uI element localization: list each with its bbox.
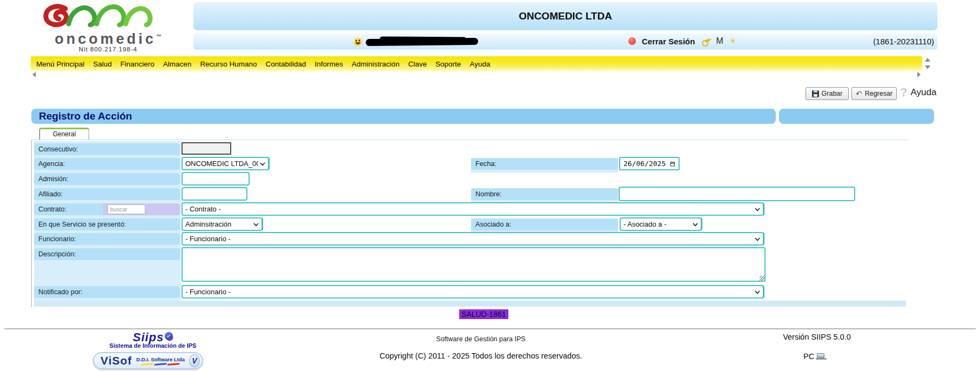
pc-indicator: PC [803, 352, 824, 361]
version-text: Versión SIIPS 5.0.0 [774, 333, 860, 341]
contrato-search-input[interactable] [108, 204, 145, 214]
oncomedic-logo-swoosh [41, 1, 176, 28]
record-tag: SALUD-1861 [459, 309, 508, 319]
status-dot-icon [628, 37, 636, 45]
servicio-select[interactable]: Adminsitración [183, 218, 261, 230]
consecutivo-label: Consecutivo: [34, 143, 180, 155]
key-icon[interactable] [699, 35, 712, 48]
scroll-right-icon[interactable] [917, 72, 921, 77]
product-description: Software de Gestión para IPS [378, 335, 583, 343]
notificado-select[interactable]: - Funcionario - [183, 286, 763, 297]
notificado-select-wrap: - Funcionario - [182, 285, 764, 299]
panel-footer-strip [34, 301, 906, 307]
back-button[interactable]: ↶ Regresar [851, 87, 897, 100]
sun-icon[interactable]: ☀ [729, 36, 736, 46]
menu-item-salud[interactable]: Salud [93, 60, 112, 68]
funcionario-label: Funcionario: [34, 233, 180, 245]
help-icon: ? [900, 85, 907, 100]
scroll-up-icon[interactable] [925, 58, 930, 62]
asociado-select-wrap: - Asociado a - [620, 217, 702, 231]
visof-badge-icon: V [189, 354, 200, 367]
smiley-icon [353, 37, 362, 46]
copyright-text: Copyright (C) 2011 - 2025 Todos los dere… [330, 352, 632, 360]
agencia-select[interactable]: ONCOMEDIC LTDA_001 [183, 158, 268, 169]
trademark: ™ [156, 34, 162, 39]
scroll-left-icon[interactable] [32, 72, 36, 77]
fecha-value: 26/06/2025 [623, 160, 666, 168]
page-title: Registro de Acción [39, 110, 132, 122]
menu-item-informes[interactable]: Informes [315, 60, 344, 68]
contrato-select-wrap: - Contrato - [182, 202, 764, 216]
help-label: Ayuda [910, 87, 936, 98]
fecha-input[interactable]: 26/06/2025 [619, 157, 680, 170]
siips-check-icon: ✓ [164, 331, 174, 341]
descripcion-textarea[interactable] [183, 248, 764, 281]
asociado-label: Asociado a: [471, 218, 618, 230]
oncomedic-logo: oncomedic™ Nit 800.217.198-4 [30, 1, 186, 49]
nombre-input[interactable] [619, 187, 855, 201]
agencia-select-wrap: ONCOMEDIC LTDA_001 [182, 157, 269, 170]
menu-item-soporte[interactable]: Soporte [435, 60, 461, 68]
company-title-banner: ONCOMEDIC LTDA [193, 2, 937, 30]
visof-subtitle: D.D.I. Software Ltda [136, 356, 185, 362]
save-button-label: Grabar [822, 90, 843, 97]
menu-item-contabilidad[interactable]: Contabilidad [265, 60, 306, 68]
laptop-icon [817, 353, 824, 358]
admision-input[interactable] [182, 172, 250, 186]
app-window: oncomedic™ Nit 800.217.198-4 ONCOMEDIC L… [0, 0, 980, 371]
footer-divider [4, 328, 976, 329]
main-menu-bar: Menú Principal Salud Financiero Almacen … [31, 56, 922, 72]
admision-label: Admisión: [34, 173, 180, 185]
menu-item-administracion[interactable]: Administración [352, 60, 400, 68]
save-button[interactable]: Grabar [806, 87, 849, 100]
menu-item-ayuda[interactable]: Ayuda [469, 60, 490, 68]
m-shortcut[interactable]: M [716, 36, 723, 46]
page-title-bar-right [779, 109, 934, 124]
scroll-down-icon[interactable] [925, 65, 930, 69]
servicio-label: En que Servicio se presentó: [34, 218, 180, 230]
company-title: ONCOMEDIC LTDA [519, 10, 612, 22]
menu-item-almacen[interactable]: Almacen [163, 60, 192, 68]
siips-logo: Siips✓ Sistema de Información de IPS [96, 330, 210, 349]
afiliado-input[interactable] [182, 187, 247, 201]
session-code: (1861-20231110) [873, 37, 934, 46]
pc-label: PC [803, 352, 814, 361]
tab-general[interactable]: General [39, 128, 89, 140]
visof-logo: ViSof D.D.I. Software Ltda V [93, 352, 203, 369]
descripcion-textarea-wrap [182, 247, 766, 282]
menu-item-financiero[interactable]: Financiero [120, 60, 155, 68]
descripcion-label: Descripción: [34, 248, 180, 260]
menu-item-clave[interactable]: Clave [408, 60, 427, 68]
session-bar: Cerrar Sesión M ☀ (1861-20231110) [193, 34, 937, 50]
fecha-label: Fecha: [471, 158, 618, 170]
visof-name: ViSof [100, 354, 132, 367]
back-button-label: Regresar [865, 90, 892, 97]
consecutivo-input[interactable] [182, 142, 231, 155]
page-title-bar: Registro de Acción [31, 109, 776, 124]
visof-swoosh-icon [142, 363, 179, 365]
logged-user [353, 37, 478, 46]
asociado-select[interactable]: - Asociado a - [621, 218, 701, 230]
funcionario-select[interactable]: - Funcionario - [183, 233, 763, 244]
form-panel: Consecutivo: Agencia: Admisión: Afiliado… [31, 140, 908, 307]
contrato-select[interactable]: - Contrato - [183, 203, 763, 215]
back-arrow-icon: ↶ [856, 90, 862, 97]
contrato-label: Contrato: [34, 203, 103, 215]
logout-button[interactable]: Cerrar Sesión [642, 37, 695, 46]
siips-subtitle: Sistema de Información de IPS [96, 342, 210, 349]
menu-item-menu-principal[interactable]: Menú Principal [36, 60, 84, 68]
session-controls: Cerrar Sesión M ☀ [628, 36, 736, 46]
brand-name: oncomedic™ [30, 30, 186, 45]
help-link[interactable]: ? Ayuda [900, 85, 936, 100]
visof-mid: D.D.I. Software Ltda [136, 356, 185, 365]
menu-item-recurso-humano[interactable]: Recurso Humano [200, 60, 257, 68]
redacted-username [366, 37, 478, 45]
nombre-label: Nombre: [471, 188, 618, 200]
nit-number: Nit 800.217.198-4 [30, 46, 186, 52]
funcionario-select-wrap: - Funcionario - [182, 232, 764, 246]
afiliado-label: Afiliado: [34, 188, 180, 200]
calendar-icon [670, 161, 675, 167]
floppy-icon [812, 90, 819, 97]
agencia-label: Agencia: [34, 158, 180, 170]
servicio-select-wrap: Adminsitración [182, 217, 263, 231]
